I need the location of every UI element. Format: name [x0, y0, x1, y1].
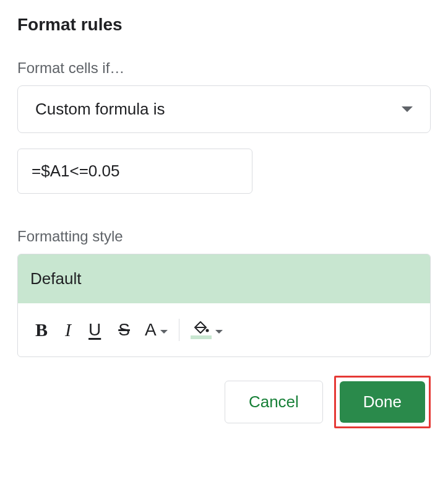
formula-input[interactable] — [32, 162, 238, 181]
bold-button[interactable]: B — [27, 314, 56, 345]
formatting-style-group: Default B I U S A — [17, 254, 431, 357]
style-label: Formatting style — [17, 228, 431, 245]
strikethrough-button[interactable]: S — [110, 315, 139, 345]
fill-color-swatch — [191, 335, 212, 339]
fill-color-button[interactable] — [184, 316, 229, 344]
condition-select[interactable]: Custom formula is — [17, 85, 431, 133]
chevron-down-icon — [215, 330, 223, 334]
style-preview[interactable]: Default — [18, 254, 430, 303]
button-row: Cancel Done — [17, 376, 431, 428]
italic-button[interactable]: I — [56, 314, 80, 345]
bold-icon: B — [35, 319, 48, 340]
done-button[interactable]: Done — [340, 381, 425, 423]
condition-label: Format cells if… — [17, 59, 431, 77]
fill-color-icon — [191, 321, 212, 339]
toolbar-separator — [179, 319, 179, 341]
strikethrough-icon: S — [118, 320, 130, 340]
svg-point-0 — [205, 329, 209, 332]
chevron-down-icon — [402, 106, 413, 112]
condition-selected-value: Custom formula is — [35, 100, 165, 119]
format-rules-section: Format rules Format cells if… Custom for… — [17, 15, 431, 428]
chevron-down-icon — [160, 330, 168, 334]
style-toolbar: B I U S A — [18, 303, 430, 357]
done-highlight: Done — [334, 376, 431, 428]
text-color-button[interactable]: A — [139, 315, 174, 345]
text-color-icon: A — [145, 320, 157, 340]
cancel-button[interactable]: Cancel — [225, 381, 323, 423]
formula-input-wrap[interactable] — [17, 149, 252, 194]
section-title: Format rules — [17, 15, 431, 35]
italic-icon: I — [65, 319, 71, 340]
underline-button[interactable]: U — [80, 315, 110, 345]
underline-icon: U — [88, 320, 101, 340]
